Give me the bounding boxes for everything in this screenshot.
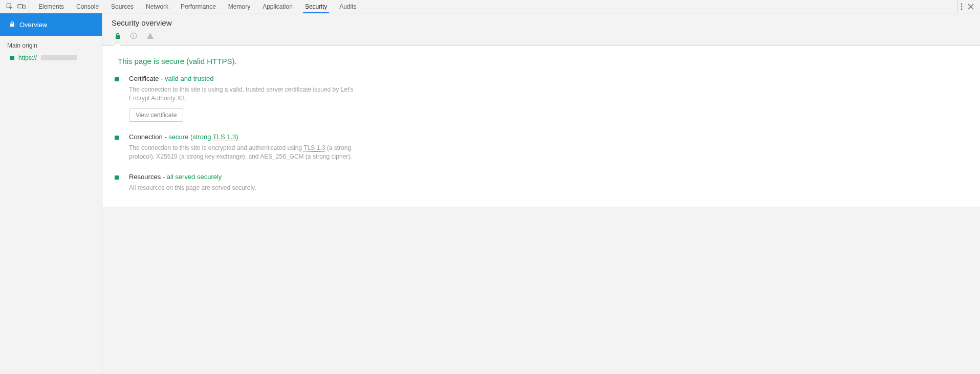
certificate-title-status: valid and trusted: [165, 75, 213, 82]
resources-title-status: all served securely: [167, 173, 222, 181]
sidebar-section-main-origin: Main origin: [0, 36, 102, 52]
sidebar-origin-item[interactable]: https://: [0, 52, 102, 63]
tab-audits[interactable]: Audits: [333, 0, 362, 13]
svg-point-4: [961, 6, 963, 7]
tab-sources[interactable]: Sources: [105, 0, 140, 13]
connection-title-status-pre: secure (strong: [168, 133, 212, 141]
empty-area: [102, 207, 980, 374]
tab-application[interactable]: Application: [256, 0, 299, 13]
certificate-description: The connection to this site is using a v…: [129, 85, 354, 103]
page-title: Security overview: [112, 18, 971, 27]
connection-desc-pre: The connection to this site is encrypted…: [129, 144, 303, 151]
secure-square-icon: [10, 56, 14, 60]
tab-performance[interactable]: Performance: [175, 0, 222, 13]
connection-title-prefix: Connection -: [129, 133, 168, 141]
section-connection: Connection - secure (strong TLS 1.3) The…: [115, 133, 432, 162]
close-icon[interactable]: [968, 4, 974, 10]
sidebar-overview-label: Overview: [19, 21, 47, 29]
secure-lock-icon: [115, 32, 121, 41]
secure-square-icon: [115, 77, 119, 81]
security-sidebar: Overview Main origin https://: [0, 13, 102, 374]
connection-description: The connection to this site is encrypted…: [129, 144, 354, 162]
resources-title: Resources - all served securely: [129, 173, 432, 181]
warning-triangle-icon: [146, 32, 154, 41]
section-resources: Resources - all served securely All reso…: [115, 173, 432, 192]
connection-title: Connection - secure (strong TLS 1.3): [129, 133, 432, 141]
origin-protocol: https://: [18, 54, 37, 61]
connection-title-tls: TLS 1.3: [213, 133, 236, 141]
svg-point-8: [133, 34, 134, 35]
svg-point-3: [961, 3, 963, 5]
info-icon: [130, 32, 137, 41]
security-main-panel: Security overview This page is secure (v…: [102, 13, 980, 374]
resources-title-prefix: Resources -: [129, 173, 167, 181]
device-toolbar-icon[interactable]: [17, 3, 26, 10]
view-certificate-button[interactable]: View certificate: [129, 108, 183, 122]
tab-security[interactable]: Security: [299, 0, 333, 13]
certificate-title-prefix: Certificate -: [129, 75, 165, 82]
svg-point-5: [961, 8, 963, 10]
tabbar-left-icons: [3, 0, 29, 13]
security-header: Security overview: [102, 13, 980, 46]
inspect-element-icon[interactable]: [6, 3, 13, 10]
sidebar-item-overview[interactable]: Overview: [0, 13, 102, 36]
svg-rect-2: [23, 5, 25, 9]
connection-desc-tls: TLS 1.3: [303, 144, 325, 152]
tab-network[interactable]: Network: [140, 0, 175, 13]
section-certificate: Certificate - valid and trusted The conn…: [115, 75, 432, 122]
devtools-tabbar: ElementsConsoleSourcesNetworkPerformance…: [0, 0, 980, 13]
secure-square-icon: [115, 136, 119, 140]
security-status-icons: [112, 32, 971, 45]
connection-title-status-post: ): [236, 133, 238, 141]
svg-rect-1: [18, 4, 23, 8]
kebab-menu-icon[interactable]: [961, 3, 963, 10]
tab-memory[interactable]: Memory: [222, 0, 256, 13]
resources-description: All resources on this page are served se…: [129, 184, 354, 192]
certificate-title: Certificate - valid and trusted: [129, 75, 432, 82]
security-headline: This page is secure (valid HTTPS).: [118, 57, 968, 65]
tab-elements[interactable]: Elements: [32, 0, 70, 13]
tabbar-right-icons: [957, 0, 977, 13]
origin-host-redacted: [41, 55, 77, 60]
tab-console[interactable]: Console: [70, 0, 105, 13]
lock-icon: [9, 21, 15, 29]
security-body: This page is secure (valid HTTPS). Certi…: [102, 46, 980, 207]
devtools-tabs: ElementsConsoleSourcesNetworkPerformance…: [32, 0, 363, 13]
content-area: Overview Main origin https:// Security o…: [0, 13, 980, 374]
secure-square-icon: [115, 175, 119, 180]
